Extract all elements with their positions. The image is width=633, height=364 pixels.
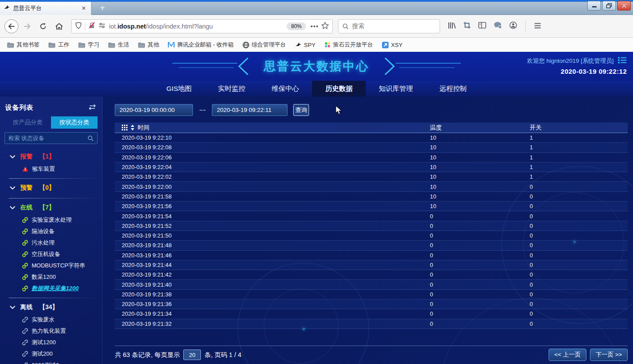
window-restore-button[interactable] [602, 1, 616, 11]
device-item[interactable]: 测试1200 [4, 337, 98, 348]
tab-close-icon[interactable]: × [80, 5, 87, 12]
table-row[interactable]: 2020-03-19 9:22:06101 [115, 153, 628, 162]
insecure-lock-icon[interactable] [88, 22, 95, 31]
device-item[interactable]: 数采1200 [4, 271, 98, 283]
bookmark-item[interactable]: 工作 [48, 41, 69, 49]
bookmark-item[interactable]: 生活 [108, 41, 129, 49]
sidebar-tab-按状态分类[interactable]: 按状态分类 [51, 116, 98, 129]
bookmark-item[interactable]: 学习 [78, 41, 99, 49]
tracking-shield-icon[interactable] [75, 22, 82, 31]
url-bar[interactable]: iot.idosp.net/idosp/index.html?langu 80%… [71, 19, 333, 33]
current-datetime: 2020-03-19 09:22:12 [561, 68, 627, 75]
zoom-level-badge[interactable]: 80% [287, 22, 306, 30]
bookmark-item[interactable]: 其他书签 [7, 41, 40, 49]
folder-icon [7, 42, 14, 48]
col-temperature-label[interactable]: 温度 [430, 124, 530, 132]
table-row[interactable]: 2020-03-19 9:21:56100 [115, 202, 628, 211]
table-row[interactable]: 2020-03-19 9:21:58100 [115, 192, 628, 202]
group-divider [9, 198, 95, 198]
chat-extension-icon[interactable] [494, 22, 502, 31]
bookmark-star-icon[interactable] [321, 22, 329, 31]
table-row[interactable]: 2020-03-19 9:21:3800 [115, 290, 628, 299]
table-row[interactable]: 2020-03-19 9:21:3200 [115, 319, 628, 329]
col-time-label[interactable]: 时间 [138, 124, 149, 132]
sidebar-toggle-icon[interactable] [478, 22, 486, 30]
bookmark-item[interactable]: SPY [295, 42, 316, 48]
group-header-报警[interactable]: 报警【1】 [4, 150, 98, 163]
device-search-input[interactable]: 检索 状态设备 [4, 132, 98, 144]
device-item[interactable]: 0809测试2 [4, 360, 98, 364]
query-button[interactable]: 查询 [293, 104, 309, 116]
sidebar-tab-按产品分类[interactable]: 按产品分类 [4, 116, 51, 129]
device-item[interactable]: 污水处理 [4, 237, 98, 249]
bookmark-item[interactable]: 其他 [138, 41, 159, 49]
table-row[interactable]: 2020-03-19 9:22:04101 [115, 162, 628, 172]
collapse-swap-icon[interactable] [88, 104, 97, 112]
table-row[interactable]: 2020-03-19 9:22:00100 [115, 182, 628, 191]
group-header-预警[interactable]: 预警【0】 [4, 181, 98, 195]
device-item[interactable]: 测试200 [4, 348, 98, 360]
page-actions-icon[interactable]: ••• [310, 22, 319, 30]
table-row[interactable]: 2020-03-19 9:22:10101 [115, 133, 628, 143]
nav-tab-历史数据[interactable]: 历史数据 [312, 81, 366, 97]
device-item[interactable]: 隔油设备 [4, 226, 98, 237]
home-button[interactable] [52, 19, 66, 33]
table-row[interactable]: 2020-03-19 9:21:4600 [115, 251, 628, 260]
account-icon[interactable] [509, 22, 517, 31]
table-row[interactable]: 2020-03-19 9:21:4400 [115, 260, 628, 270]
menu-hamburger-icon[interactable] [534, 22, 541, 30]
group-header-离线[interactable]: 离线【34】 [4, 301, 98, 314]
reload-button[interactable] [36, 19, 50, 33]
bookmark-item[interactable]: XSY [382, 42, 403, 48]
nav-tab-GIS地图[interactable]: GIS地图 [153, 81, 205, 97]
table-row[interactable]: 2020-03-19 9:21:3600 [115, 299, 628, 309]
nav-tab-维保中心[interactable]: 维保中心 [258, 81, 312, 97]
bookmark-item[interactable]: 腾讯企业邮箱 - 收件箱 [168, 41, 234, 49]
grid-columns-icon[interactable] [122, 125, 127, 130]
table-row[interactable]: 2020-03-19 9:21:4800 [115, 241, 628, 250]
group-header-在线[interactable]: 在线【7】 [4, 201, 98, 214]
screenshot-crop-icon[interactable] [463, 22, 471, 31]
nav-tab-实时监控[interactable]: 实时监控 [205, 81, 258, 97]
device-item[interactable]: 猴车装置 [4, 163, 98, 175]
table-row[interactable]: 2020-03-19 9:21:5400 [115, 211, 628, 221]
sort-icon[interactable] [131, 125, 135, 130]
device-name: 0809测试2 [32, 361, 59, 364]
library-icon[interactable] [448, 22, 456, 31]
new-tab-button[interactable]: + [96, 3, 109, 14]
page-size-input[interactable]: 20 [183, 350, 201, 360]
table-row[interactable]: 2020-03-19 9:22:02101 [115, 172, 628, 182]
browser-tab[interactable]: 思普云平台 × [0, 2, 91, 15]
device-item[interactable]: MODBUSTCP字符串 [4, 260, 98, 271]
device-item[interactable]: 实验室废水处理 [4, 214, 98, 226]
search-bar[interactable]: 搜索 [338, 19, 440, 33]
table-row[interactable]: 2020-03-19 9:22:08101 [115, 143, 628, 152]
device-item[interactable]: 空压机设备 [4, 249, 98, 260]
user-menu-list-icon[interactable] [618, 57, 627, 65]
nav-tab-知识库管理[interactable]: 知识库管理 [366, 81, 426, 97]
nav-tab-远程控制[interactable]: 远程控制 [426, 81, 480, 97]
table-row[interactable]: 2020-03-19 9:21:4000 [115, 280, 628, 289]
device-item[interactable]: 实验废水 [4, 314, 98, 325]
bookmark-item[interactable]: 萤石云开放平台 [324, 41, 373, 49]
mouse-cursor [335, 105, 342, 115]
cell-time: 2020-03-19 9:21:40 [115, 281, 430, 288]
back-button[interactable] [4, 19, 18, 33]
window-minimize-button[interactable] [587, 1, 601, 11]
table-row[interactable]: 2020-03-19 9:21:5200 [115, 221, 628, 231]
table-row[interactable]: 2020-03-19 9:21:4200 [115, 270, 628, 280]
bookmark-item[interactable]: 综合管理平台 [243, 41, 286, 49]
permissions-icon[interactable] [98, 22, 106, 30]
next-page-button[interactable]: 下一页 >> [590, 349, 628, 361]
prev-page-button[interactable]: << 上一页 [549, 349, 586, 361]
table-row[interactable]: 2020-03-19 9:21:3400 [115, 309, 628, 319]
end-datetime-input[interactable]: 2020-03-19 09:22:11 [212, 104, 287, 116]
table-row[interactable]: 2020-03-19 9:21:5000 [115, 231, 628, 241]
window-close-button[interactable] [617, 1, 631, 11]
start-datetime-input[interactable]: 2020-03-19 00:00:00 [115, 104, 193, 116]
url-text[interactable]: iot.idosp.net/idosp/index.html?langu [109, 23, 285, 30]
forward-button[interactable] [20, 19, 34, 33]
col-switch-label[interactable]: 开关 [530, 124, 628, 132]
device-item[interactable]: 数据网关采集1200 [4, 283, 98, 294]
device-item[interactable]: 热力氧化装置 [4, 325, 98, 337]
